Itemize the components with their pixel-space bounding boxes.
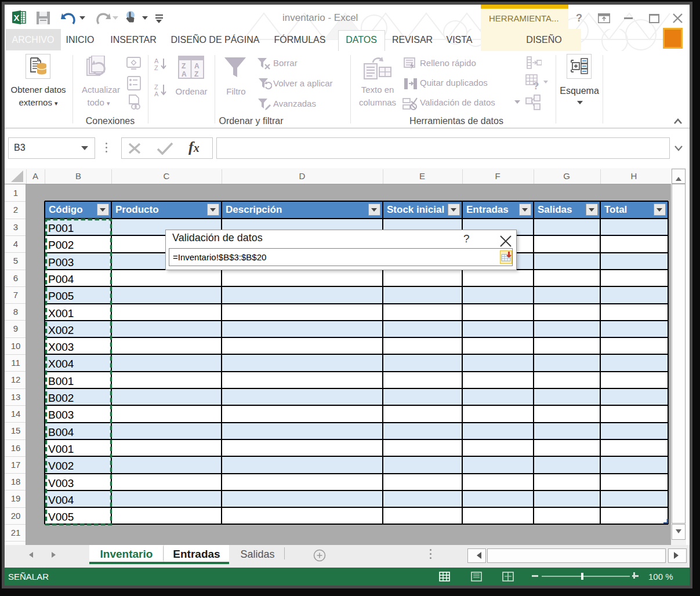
svg-text:Z: Z [154,83,158,90]
svg-text:A: A [154,57,159,64]
svg-text:A: A [154,90,159,97]
svg-text:A: A [194,62,200,70]
svg-text:Z: Z [194,70,198,78]
svg-text:Z: Z [182,62,186,70]
svg-text:Z: Z [154,64,158,71]
svg-text:?: ? [533,81,539,90]
svg-text:X: X [13,13,19,23]
svg-text:A: A [182,70,187,78]
